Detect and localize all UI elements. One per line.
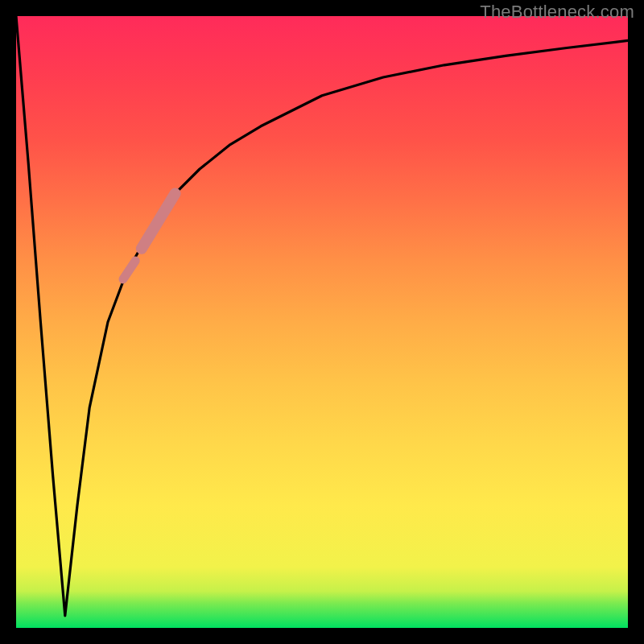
highlight-upper-path [142, 193, 175, 248]
bottleneck-curve-path [16, 16, 628, 616]
chart-frame: TheBottleneck.com [0, 0, 644, 644]
curve-svg [16, 16, 628, 628]
plot-area [16, 16, 628, 628]
highlight-lower-path [123, 261, 135, 279]
watermark-text: TheBottleneck.com [480, 2, 634, 23]
